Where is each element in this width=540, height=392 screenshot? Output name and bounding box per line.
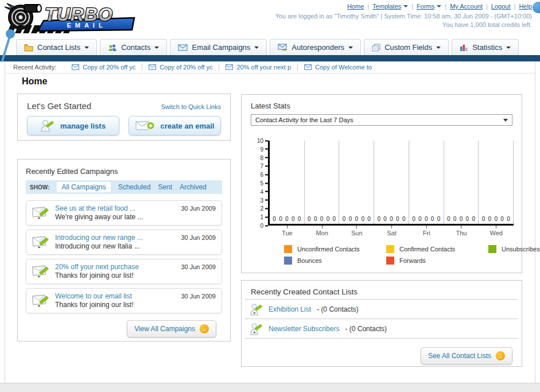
campaign-date: 30 Jun 2009 (181, 262, 216, 270)
arrow-right-icon: → (200, 324, 209, 333)
y-tick: 1 (260, 214, 268, 220)
contact-list-link[interactable]: Exhibition List (269, 305, 311, 313)
nav-home-link[interactable]: Home (347, 3, 364, 10)
legend-item: Confirmed Contacts (386, 245, 488, 253)
tab-custom-fields[interactable]: Custom Fields (364, 39, 449, 55)
campaign-row[interactable]: Introducing our new range ... Introducin… (26, 230, 222, 255)
x-tick: Sat (374, 226, 409, 236)
envelope-pencil-icon (32, 293, 49, 308)
chart-day-group: 00000 (339, 141, 374, 224)
campaign-row[interactable]: Welcome to our email list Thanks for joi… (26, 288, 222, 313)
person-pencil-icon (41, 119, 55, 132)
tab-email-campaigns[interactable]: Email Campaigns (170, 39, 267, 55)
recent-contact-lists-title: Recently Created Contact Lists (242, 281, 522, 299)
campaign-row[interactable]: See us at the retail food ... We're givi… (26, 200, 222, 226)
logo-title: TURBO (45, 4, 113, 25)
legend-label: Forwards (399, 257, 426, 264)
filter-sent[interactable]: Sent (158, 183, 172, 191)
recent-activity-item[interactable]: Copy of 20% off yc (142, 64, 219, 71)
data-label: 0 (494, 216, 498, 222)
y-tick: 5 (260, 180, 268, 187)
y-tick: 4 (260, 188, 268, 195)
data-label: 0 (292, 216, 295, 222)
tab-statistics[interactable]: Statistics (452, 39, 519, 55)
campaign-title-link[interactable]: Introducing our new range ... (55, 234, 143, 242)
data-label: 0 (425, 216, 428, 222)
stats-report-dropdown[interactable]: Contact Activity for the Last 7 Days (251, 114, 512, 126)
data-label: 0 (320, 216, 324, 222)
nav-forms-link[interactable]: Forms (417, 3, 441, 10)
chart-y-axis: 109876543210 (252, 141, 268, 226)
contact-list-row[interactable]: Exhibition List - (0 Contacts) (246, 300, 518, 319)
data-label: 0 (431, 216, 434, 222)
data-label: 0 (355, 216, 359, 222)
chevron-down-icon (436, 46, 441, 49)
nav-help-link[interactable]: Help (519, 3, 532, 10)
data-label: 0 (472, 216, 475, 222)
see-all-contact-lists-button[interactable]: See All Contact Lists → (421, 347, 512, 364)
nav-separator: | (445, 3, 446, 10)
y-tick: 8 (260, 154, 268, 161)
recent-activity-link: Copy of 20% off yc (83, 64, 135, 71)
filter-all-campaigns[interactable]: All Campaigns (57, 182, 110, 192)
tab-custom-fields-label: Custom Fields (384, 43, 432, 52)
login-info: You are logged in as "Timothy Smith" | S… (275, 12, 532, 29)
manage-lists-button[interactable]: manage lists (27, 116, 119, 135)
data-label: 0 (361, 216, 364, 222)
tab-autoresponders[interactable]: Autoresponders (270, 39, 361, 55)
chart-day-group: 00000 (409, 141, 444, 224)
autoresponder-icon (278, 44, 288, 52)
contact-list-link[interactable]: Newsletter Subscribers (269, 325, 339, 333)
y-tick: 3 (260, 197, 268, 203)
statistics-icon (460, 44, 468, 51)
recent-activity-item[interactable]: Copy of 20% off yc (65, 64, 142, 71)
campaign-row[interactable]: 20% off your next purchase Thanks for jo… (26, 259, 222, 284)
filter-scheduled[interactable]: Scheduled (118, 183, 151, 191)
nav-logout-link[interactable]: Logout (491, 3, 511, 10)
data-label: 0 (279, 216, 282, 222)
campaign-subtitle: Introducing our new Italia ... (55, 242, 143, 251)
tab-contacts[interactable]: Contacts (100, 39, 167, 55)
data-label: 0 (482, 216, 485, 222)
nav-my-account-link[interactable]: My Account (450, 3, 483, 10)
envelope-pencil-icon (32, 235, 49, 250)
nav-logout-label: Logout (491, 3, 511, 10)
x-tick: Wed (479, 226, 514, 236)
chevron-down-icon (348, 46, 353, 49)
chart-legend: Unconfirmed ContactsConfirmed ContactsUn… (284, 245, 514, 265)
nav-templates-link[interactable]: Templates (372, 3, 408, 10)
main-nav-tabs: Contact Lists Contacts Email Campaigns (0, 38, 540, 55)
campaign-title-link[interactable]: Welcome to our email list (55, 292, 134, 301)
y-tick: 0 (260, 223, 268, 229)
email-icon (178, 44, 188, 51)
recent-activity-item[interactable]: 20% off your next p (219, 64, 297, 71)
legend-swatch (488, 245, 496, 253)
person-pencil-icon (250, 303, 263, 316)
main-content: Home Let's Get Started Switch to Quick L… (5, 73, 535, 383)
legend-swatch (386, 257, 394, 265)
data-label: 0 (333, 216, 336, 222)
campaign-date: 30 Jun 2009 (181, 291, 216, 300)
chart-plot: 00000000000000000000000000000000000 (268, 141, 514, 226)
campaign-title-link[interactable]: 20% off your next purchase (55, 263, 139, 271)
recent-activity-item[interactable]: Copy of Welcome to (297, 64, 378, 71)
footer-strip (0, 383, 540, 392)
data-label: 0 (273, 216, 276, 222)
data-label: 0 (390, 216, 393, 222)
view-all-campaigns-button[interactable]: View All Campaigns → (127, 320, 216, 337)
contact-list-row[interactable]: Newsletter Subscribers - (0 Contacts) (246, 319, 518, 339)
switch-quick-links-link[interactable]: Switch to Quick Links (161, 103, 221, 110)
page-title: Home (22, 76, 47, 87)
tab-contact-lists[interactable]: Contact Lists (16, 39, 97, 55)
logo-graphic: EMAIL TURBO (3, 2, 137, 36)
latest-stats-panel: Latest Stats Contact Activity for the La… (241, 94, 522, 273)
campaign-title-link[interactable]: See us at the retail food ... (55, 204, 143, 213)
data-label: 0 (412, 216, 415, 222)
chart-day-group: 00000 (444, 141, 479, 224)
turbo-email-logo[interactable]: EMAIL TURBO (3, 2, 137, 38)
help-bubble-icon[interactable] (533, 2, 540, 13)
contacts-icon (108, 44, 117, 52)
filter-archived[interactable]: Archived (180, 183, 207, 191)
create-email-button[interactable]: create an email (129, 116, 221, 135)
tab-statistics-label: Statistics (472, 43, 502, 52)
